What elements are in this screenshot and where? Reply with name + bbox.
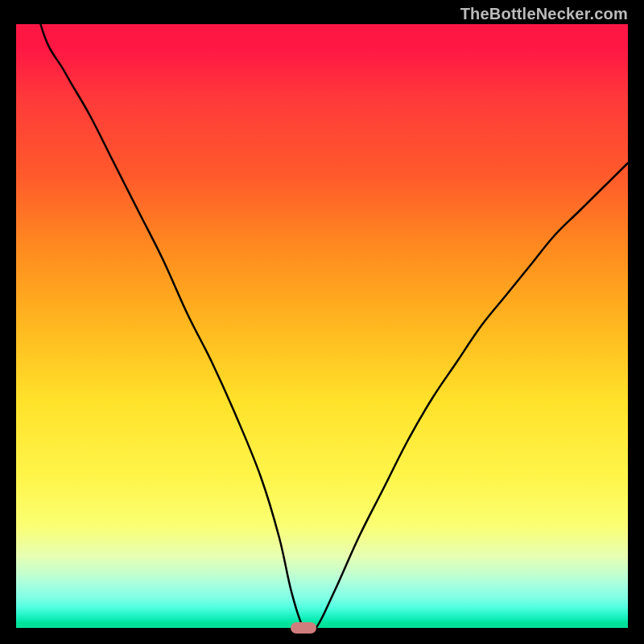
watermark-text: TheBottleNecker.com — [460, 5, 628, 23]
optimal-marker — [291, 622, 316, 634]
plot-area — [16, 24, 628, 628]
bottleneck-curve — [16, 24, 628, 628]
chart-frame: TheBottleNecker.com — [0, 0, 644, 644]
